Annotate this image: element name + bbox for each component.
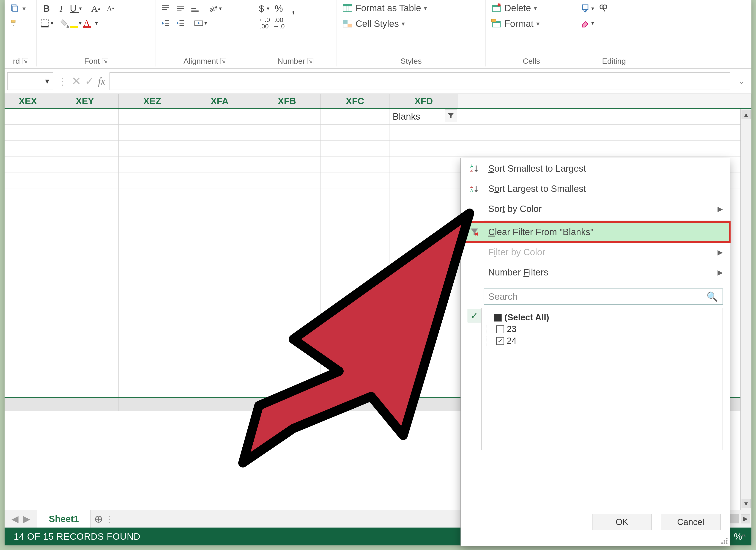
cell[interactable]	[253, 189, 321, 205]
cell[interactable]	[253, 269, 321, 285]
cell[interactable]	[119, 317, 186, 333]
cell[interactable]	[321, 285, 389, 301]
cell[interactable]	[186, 317, 253, 333]
cell[interactable]	[186, 253, 253, 269]
format-as-table-button[interactable]: Format as Table ▾	[340, 2, 429, 14]
col-header[interactable]: XFB	[253, 94, 321, 108]
cell[interactable]	[51, 173, 119, 189]
cell[interactable]	[253, 349, 321, 365]
col-header[interactable]: XFC	[321, 94, 389, 108]
cell[interactable]	[389, 125, 458, 141]
align-middle-button[interactable]	[174, 2, 187, 15]
increase-indent-button[interactable]	[174, 16, 187, 30]
cell[interactable]	[186, 109, 253, 125]
format-cells-button[interactable]: Format ▾	[489, 17, 542, 30]
cell[interactable]	[5, 333, 51, 349]
cell[interactable]	[321, 381, 389, 397]
cell[interactable]	[253, 237, 321, 253]
cell[interactable]	[186, 285, 253, 301]
decrease-font-button[interactable]: A▾	[104, 2, 117, 15]
cell[interactable]	[186, 269, 253, 285]
cell[interactable]	[253, 285, 321, 301]
italic-button[interactable]: I	[55, 2, 68, 15]
cell[interactable]	[389, 237, 458, 253]
cell[interactable]	[321, 333, 389, 349]
cancel-formula-icon[interactable]: ✕	[71, 74, 81, 88]
cell[interactable]	[119, 349, 186, 365]
filter-checklist[interactable]: (Select All) 23 ✓ 24	[481, 308, 723, 450]
underline-button[interactable]: U ▾	[69, 2, 82, 15]
ok-button[interactable]: OK	[592, 514, 652, 530]
cell[interactable]	[253, 365, 321, 381]
formula-input[interactable]	[110, 72, 730, 90]
cell[interactable]	[51, 141, 119, 157]
cell[interactable]: Blanks	[389, 109, 458, 125]
enter-formula-icon[interactable]: ✓	[85, 74, 94, 88]
checkbox-mixed-icon[interactable]	[494, 314, 502, 322]
cell[interactable]	[51, 157, 119, 173]
cell[interactable]	[321, 349, 389, 365]
cell[interactable]	[5, 189, 51, 205]
cell[interactable]	[51, 333, 119, 349]
decrease-indent-button[interactable]	[159, 16, 172, 30]
sort-descending-item[interactable]: ZA Sort Largest to Smallest	[461, 178, 730, 199]
cell[interactable]	[186, 381, 253, 397]
cell[interactable]	[51, 269, 119, 285]
alignment-dialog-launcher[interactable]: ↘	[220, 58, 226, 64]
cell[interactable]	[186, 349, 253, 365]
format-painter-icon[interactable]	[8, 16, 21, 30]
scroll-right-icon[interactable]: ▶	[741, 514, 750, 523]
scroll-down-icon[interactable]: ▼	[742, 499, 751, 508]
cell[interactable]	[119, 301, 186, 317]
cell[interactable]	[321, 365, 389, 381]
cell[interactable]	[51, 205, 119, 221]
cell[interactable]	[389, 173, 458, 189]
fill-button[interactable]: ▾	[581, 2, 594, 15]
cell[interactable]	[5, 237, 51, 253]
cancel-button[interactable]: Cancel	[661, 514, 720, 530]
cell[interactable]	[253, 381, 321, 397]
cell[interactable]	[321, 125, 389, 141]
increase-decimal-button[interactable]: ←.0.00	[257, 16, 271, 30]
sheet-tab-active[interactable]: Sheet1	[37, 510, 90, 528]
font-dialog-launcher[interactable]: ↘	[102, 58, 108, 64]
cell[interactable]	[186, 333, 253, 349]
cell[interactable]	[119, 205, 186, 221]
cell[interactable]	[389, 221, 458, 237]
cell[interactable]	[253, 253, 321, 269]
vertical-scrollbar[interactable]: ▲ ▼	[740, 109, 751, 510]
merge-center-button[interactable]: ▾	[194, 16, 207, 30]
cell[interactable]	[321, 269, 389, 285]
fill-color-button[interactable]: ▾	[60, 16, 82, 30]
name-box[interactable]: ▾	[7, 72, 53, 90]
col-header[interactable]: XFA	[186, 94, 253, 108]
number-dialog-launcher[interactable]: ↘	[307, 58, 313, 64]
cell[interactable]	[186, 365, 253, 381]
cell[interactable]	[253, 109, 321, 125]
increase-font-button[interactable]: A▴	[89, 2, 102, 15]
cell[interactable]	[119, 125, 186, 141]
cell[interactable]	[119, 333, 186, 349]
cell[interactable]	[5, 125, 51, 141]
cell[interactable]	[253, 301, 321, 317]
tab-scroll-right-icon[interactable]: ▶	[23, 514, 30, 524]
cell[interactable]	[389, 157, 458, 173]
cell[interactable]	[5, 381, 51, 397]
cell[interactable]	[389, 253, 458, 269]
cell[interactable]	[119, 269, 186, 285]
cell[interactable]	[321, 189, 389, 205]
cell[interactable]	[186, 125, 253, 141]
new-sheet-button[interactable]: ⊕	[90, 510, 107, 528]
sort-by-color-item[interactable]: Sort by Color ▶	[461, 199, 730, 219]
cell[interactable]	[5, 205, 51, 221]
cell[interactable]	[51, 237, 119, 253]
checkbox-unchecked-icon[interactable]	[496, 326, 504, 333]
cell[interactable]	[5, 349, 51, 365]
cell[interactable]	[5, 173, 51, 189]
delete-cells-button[interactable]: Delete ▾	[489, 2, 539, 14]
cell[interactable]	[253, 317, 321, 333]
cell[interactable]	[51, 125, 119, 141]
cell[interactable]	[253, 221, 321, 237]
cell[interactable]	[186, 301, 253, 317]
number-filters-item[interactable]: Number Filters ▶	[461, 262, 730, 282]
